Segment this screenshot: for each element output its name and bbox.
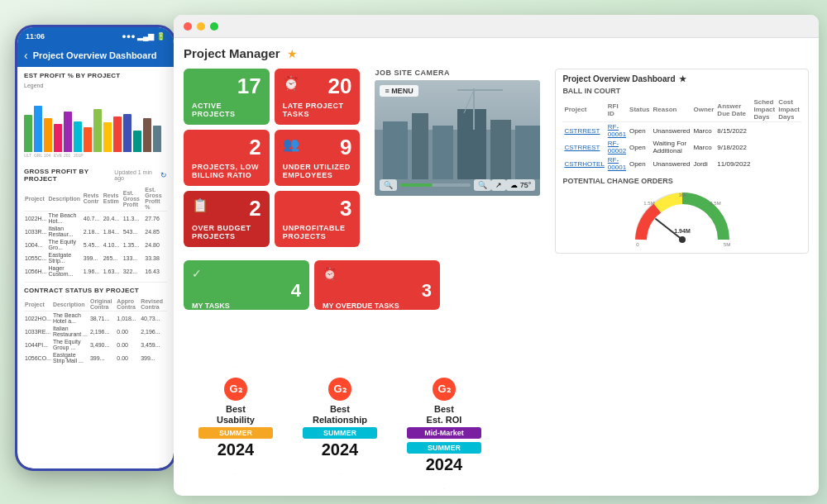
col-revis-estim: Revis Estim: [103, 186, 122, 212]
phone-screen: 11:06 ●●● ▂▄▆ 🔋 ‹ Project Overview Dashb…: [17, 27, 174, 468]
g2-logo-3: G₂: [433, 378, 456, 401]
table-row: CSTRRESTRF-00002OpenWaiting For Addition…: [562, 139, 801, 155]
col-project: Project: [24, 186, 47, 212]
my-tasks-tile[interactable]: ✓ 4 MY TASKS: [184, 260, 309, 310]
bar-chart: [24, 90, 167, 152]
th-owner: Owner: [691, 97, 715, 122]
svg-text:1.94M: 1.94M: [674, 228, 691, 234]
camera-svg: [375, 80, 540, 196]
gauge-svg: 1.94M 0 1.5M 3M 3.5M 5M: [633, 190, 732, 248]
app-header: Project Manager ★: [184, 46, 809, 60]
potential-change-orders-label: POTENTIAL CHANGE ORDERS: [562, 177, 801, 185]
badge-best-roi: G₂ BestEst. ROI Mid-Market SUMMER 2024: [399, 366, 490, 489]
bar-14: [153, 126, 161, 152]
my-overdue-label: MY OVERDUE TASKS: [323, 302, 432, 310]
badge-best-relationship: G₂ BestRelationship SUMMER 2024: [294, 366, 385, 489]
tasks-mini-grid: ✓ 4 MY TASKS ⏰ 3 MY OVERDUE TASKS: [184, 260, 440, 310]
bar-10: [113, 116, 122, 153]
browser-chrome: [174, 15, 819, 38]
camera-label: JOB SITE CAMERA: [375, 69, 540, 77]
th-project: Project: [562, 97, 605, 122]
bar-7: [84, 127, 92, 152]
roi-year: 2024: [426, 455, 463, 474]
col-revised: Revised Contra: [140, 297, 167, 311]
svg-point-12: [679, 236, 686, 243]
phone-body: EST PROFIT % BY PROJECT Legend: [17, 67, 174, 369]
contract-table: Project Description Original Contra Appr…: [24, 297, 167, 364]
camera-menu-btn[interactable]: ≡ MENU: [380, 85, 418, 97]
bar-11: [123, 114, 131, 153]
camera-share-btn[interactable]: ↗: [491, 179, 506, 191]
camera-cloud-btn[interactable]: ☁ 75°: [506, 179, 535, 191]
usability-year: 2024: [218, 440, 255, 459]
overdue-clock-icon: ⏰: [323, 267, 432, 280]
usability-type: BestUsability: [217, 404, 255, 426]
chart-legend: Legend: [24, 83, 167, 88]
g2-text-2: G₂: [333, 383, 346, 395]
phone-signal: ●●● ▂▄▆ 🔋: [122, 32, 165, 40]
checkmark-icon: ✓: [192, 267, 301, 280]
star-icon: ★: [287, 47, 298, 60]
svg-text:0: 0: [636, 242, 639, 247]
zoom-out-btn[interactable]: 🔍: [380, 179, 397, 191]
phone-header: ‹ Project Overview Dashboard: [17, 45, 174, 67]
bar-3: [44, 118, 52, 152]
my-tasks-number: 4: [192, 280, 301, 302]
metric-unprofitable[interactable]: 3 UNPROFITABLE PROJECTS: [275, 191, 361, 247]
profit-table-row: 1055C...Eastgate Strip...399...265...133…: [24, 251, 167, 264]
metric-underutilized[interactable]: 👥 9 UNDER UTILIZED EMPLOYEES: [275, 130, 361, 186]
minimize-dot[interactable]: [197, 22, 205, 31]
metric-active-projects[interactable]: 17 ACTIVE PROJECTS: [184, 69, 270, 125]
camera-section: JOB SITE CAMERA: [375, 69, 540, 254]
camera-progress-fill: [400, 183, 432, 187]
svg-rect-3: [412, 113, 428, 179]
metric-late-tasks[interactable]: ⏰ 20 LATE PROJECT TASKS: [275, 69, 361, 125]
svg-text:5M: 5M: [724, 242, 730, 247]
panel-title-text: Project Overview Dashboard: [562, 74, 675, 83]
phone-time: 11:06: [26, 32, 45, 40]
g2-text-1: G₂: [229, 383, 241, 395]
clock-icon: ⏰: [283, 75, 299, 91]
panel-star-icon: ★: [679, 74, 686, 83]
bar-4: [54, 124, 62, 152]
gross-profit-title: GROSS PROFIT BY PROJECT: [24, 168, 111, 183]
bar-13: [143, 118, 151, 152]
roi-ribbon-summer: SUMMER: [407, 442, 481, 454]
bar-5: [64, 112, 72, 152]
mobile-phone: 11:06 ●●● ▂▄▆ 🔋 ‹ Project Overview Dashb…: [15, 25, 176, 471]
svg-rect-4: [433, 126, 453, 179]
metrics-grid: 17 ACTIVE PROJECTS ⏰ 20 LATE PROJECT TAS…: [184, 69, 360, 254]
maximize-dot[interactable]: [210, 22, 218, 31]
camera-feed: [375, 80, 540, 196]
svg-text:3.5M: 3.5M: [710, 201, 720, 206]
svg-rect-2: [383, 121, 408, 179]
project-overview-panel: Project Overview Dashboard ★ BALL IN COU…: [555, 69, 809, 254]
ball-in-court-label: BALL IN COURT: [562, 87, 801, 95]
zoom-in-btn[interactable]: 🔍: [474, 179, 491, 191]
metric-over-budget[interactable]: 📋 2 OVER BUDGET PROJECTS: [184, 191, 270, 247]
over-budget-label: OVER BUDGET PROJECTS: [192, 224, 261, 240]
unprofitable-number: 3: [283, 197, 352, 219]
back-icon[interactable]: ‹: [24, 49, 28, 62]
app-title: Project Manager: [184, 46, 280, 60]
col-revis-contr: Revis Contr: [83, 186, 103, 212]
low-billing-number: 2: [192, 136, 261, 158]
g2-text-3: G₂: [437, 383, 450, 395]
refresh-icon[interactable]: ↻: [160, 171, 167, 179]
relationship-year: 2024: [322, 440, 359, 459]
my-overdue-tasks-tile[interactable]: ⏰ 3 MY OVERDUE TASKS: [314, 260, 440, 310]
bar-12: [133, 131, 141, 152]
metric-low-billing[interactable]: 2 PROJECTS, LOW BILLING RATIO: [184, 130, 270, 186]
col-desc2: Description: [52, 297, 89, 311]
relationship-type: BestRelationship: [313, 404, 367, 426]
th-cost: Cost Impact Days: [777, 97, 801, 122]
col-appro: Appro Contra: [116, 297, 140, 311]
underutilized-label: UNDER UTILIZED EMPLOYEES: [283, 163, 352, 179]
profit-table-row: 1004...The Equity Gro...5.45...4.10...1.…: [24, 238, 167, 251]
camera-box: ≡ MENU 🔍 🔍 ↗ ☁ 75°: [375, 80, 540, 196]
bar-2: [34, 106, 42, 152]
person-icon: 👥: [283, 136, 299, 152]
late-tasks-label: LATE PROJECT TASKS: [283, 102, 352, 118]
close-dot[interactable]: [184, 22, 192, 31]
profit-table-row: 1022H...The Beach Hot...40.7...20.4...11…: [24, 212, 167, 226]
